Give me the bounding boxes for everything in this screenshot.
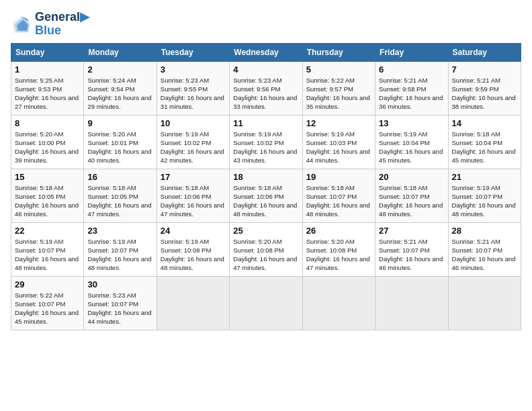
calendar-cell: 28Sunrise: 5:21 AMSunset: 10:07 PMDaylig… <box>448 222 521 276</box>
calendar-cell: 18Sunrise: 5:18 AMSunset: 10:06 PMDaylig… <box>230 169 302 222</box>
logo: General▶ Blue <box>11 11 89 38</box>
calendar-cell: 3Sunrise: 5:23 AMSunset: 9:55 PMDaylight… <box>157 61 229 115</box>
day-info: Sunrise: 5:19 AMSunset: 10:08 PMDaylight… <box>161 237 226 273</box>
day-number: 2 <box>87 64 152 75</box>
logo-text: General▶ Blue <box>35 11 89 38</box>
calendar-cell: 13Sunrise: 5:19 AMSunset: 10:04 PMDaylig… <box>375 115 448 169</box>
calendar-cell: 6Sunrise: 5:21 AMSunset: 9:58 PMDaylight… <box>375 61 448 115</box>
calendar-cell <box>302 276 375 330</box>
day-info: Sunrise: 5:21 AMSunset: 10:07 PMDaylight… <box>452 237 517 273</box>
col-header-tuesday: Tuesday <box>157 43 229 61</box>
calendar-cell: 26Sunrise: 5:20 AMSunset: 10:08 PMDaylig… <box>302 222 375 276</box>
calendar-cell: 23Sunrise: 5:19 AMSunset: 10:07 PMDaylig… <box>84 222 157 276</box>
col-header-wednesday: Wednesday <box>230 43 302 61</box>
day-number: 18 <box>233 172 298 182</box>
col-header-thursday: Thursday <box>302 43 375 61</box>
day-info: Sunrise: 5:20 AMSunset: 10:08 PMDaylight… <box>306 237 371 273</box>
calendar-cell: 2Sunrise: 5:24 AMSunset: 9:54 PMDaylight… <box>84 61 157 115</box>
day-number: 10 <box>161 118 226 128</box>
day-number: 23 <box>87 226 152 236</box>
day-info: Sunrise: 5:18 AMSunset: 10:07 PMDaylight… <box>379 183 444 219</box>
day-number: 25 <box>233 226 298 236</box>
col-header-friday: Friday <box>375 43 448 61</box>
calendar-cell: 7Sunrise: 5:21 AMSunset: 9:59 PMDaylight… <box>448 61 521 115</box>
day-info: Sunrise: 5:18 AMSunset: 10:07 PMDaylight… <box>306 183 371 219</box>
day-number: 3 <box>161 64 226 75</box>
col-header-saturday: Saturday <box>448 43 521 61</box>
day-info: Sunrise: 5:20 AMSunset: 10:01 PMDaylight… <box>87 130 152 165</box>
day-number: 11 <box>233 118 298 128</box>
calendar-cell: 12Sunrise: 5:19 AMSunset: 10:03 PMDaylig… <box>302 115 375 169</box>
calendar-table: SundayMondayTuesdayWednesdayThursdayFrid… <box>11 43 521 330</box>
calendar-cell: 22Sunrise: 5:19 AMSunset: 10:07 PMDaylig… <box>11 222 84 276</box>
calendar-cell: 16Sunrise: 5:18 AMSunset: 10:05 PMDaylig… <box>84 169 157 222</box>
calendar-cell: 5Sunrise: 5:22 AMSunset: 9:57 PMDaylight… <box>302 61 375 115</box>
calendar-cell: 20Sunrise: 5:18 AMSunset: 10:07 PMDaylig… <box>375 169 448 222</box>
calendar-cell <box>448 276 521 330</box>
day-info: Sunrise: 5:19 AMSunset: 10:07 PMDaylight… <box>87 237 152 273</box>
day-info: Sunrise: 5:18 AMSunset: 10:05 PMDaylight… <box>87 183 152 219</box>
day-number: 28 <box>452 226 517 236</box>
calendar-cell: 15Sunrise: 5:18 AMSunset: 10:05 PMDaylig… <box>11 169 84 222</box>
day-info: Sunrise: 5:18 AMSunset: 10:06 PMDaylight… <box>233 183 298 219</box>
day-number: 19 <box>306 172 371 182</box>
day-info: Sunrise: 5:18 AMSunset: 10:04 PMDaylight… <box>452 130 517 165</box>
day-number: 12 <box>306 118 371 128</box>
calendar-cell <box>157 276 229 330</box>
day-number: 14 <box>452 118 517 128</box>
day-number: 21 <box>452 172 517 182</box>
day-number: 22 <box>15 226 80 236</box>
day-number: 26 <box>306 226 371 236</box>
day-info: Sunrise: 5:21 AMSunset: 9:59 PMDaylight:… <box>452 76 517 111</box>
col-header-monday: Monday <box>84 43 157 61</box>
day-number: 9 <box>87 118 152 128</box>
day-info: Sunrise: 5:20 AMSunset: 10:00 PMDaylight… <box>15 130 80 165</box>
calendar-cell: 27Sunrise: 5:21 AMSunset: 10:07 PMDaylig… <box>375 222 448 276</box>
calendar-cell: 29Sunrise: 5:22 AMSunset: 10:07 PMDaylig… <box>11 276 84 330</box>
col-header-sunday: Sunday <box>11 43 84 61</box>
week-row: 8Sunrise: 5:20 AMSunset: 10:00 PMDayligh… <box>11 115 521 169</box>
calendar-cell: 24Sunrise: 5:19 AMSunset: 10:08 PMDaylig… <box>157 222 229 276</box>
day-info: Sunrise: 5:21 AMSunset: 9:58 PMDaylight:… <box>379 76 444 111</box>
day-info: Sunrise: 5:19 AMSunset: 10:07 PMDaylight… <box>452 183 517 219</box>
day-info: Sunrise: 5:20 AMSunset: 10:08 PMDaylight… <box>233 237 298 273</box>
calendar-cell: 9Sunrise: 5:20 AMSunset: 10:01 PMDayligh… <box>84 115 157 169</box>
day-info: Sunrise: 5:19 AMSunset: 10:02 PMDaylight… <box>233 130 298 165</box>
calendar-cell: 10Sunrise: 5:19 AMSunset: 10:02 PMDaylig… <box>157 115 229 169</box>
calendar-cell <box>230 276 302 330</box>
calendar-cell: 1Sunrise: 5:25 AMSunset: 9:53 PMDaylight… <box>11 61 84 115</box>
day-number: 6 <box>379 64 444 75</box>
calendar-cell: 21Sunrise: 5:19 AMSunset: 10:07 PMDaylig… <box>448 169 521 222</box>
day-info: Sunrise: 5:21 AMSunset: 10:07 PMDaylight… <box>379 237 444 273</box>
calendar-cell: 19Sunrise: 5:18 AMSunset: 10:07 PMDaylig… <box>302 169 375 222</box>
day-info: Sunrise: 5:19 AMSunset: 10:02 PMDaylight… <box>161 130 226 165</box>
calendar-cell: 30Sunrise: 5:23 AMSunset: 10:07 PMDaylig… <box>84 276 157 330</box>
day-info: Sunrise: 5:23 AMSunset: 9:56 PMDaylight:… <box>233 76 298 111</box>
day-info: Sunrise: 5:25 AMSunset: 9:53 PMDaylight:… <box>15 76 80 111</box>
day-info: Sunrise: 5:19 AMSunset: 10:07 PMDaylight… <box>15 237 80 273</box>
day-number: 1 <box>15 64 80 75</box>
calendar-cell: 4Sunrise: 5:23 AMSunset: 9:56 PMDaylight… <box>230 61 302 115</box>
day-info: Sunrise: 5:23 AMSunset: 10:07 PMDaylight… <box>87 291 152 326</box>
calendar-cell: 14Sunrise: 5:18 AMSunset: 10:04 PMDaylig… <box>448 115 521 169</box>
day-number: 27 <box>379 226 444 236</box>
day-number: 20 <box>379 172 444 182</box>
calendar-cell <box>375 276 448 330</box>
day-info: Sunrise: 5:22 AMSunset: 9:57 PMDaylight:… <box>306 76 371 111</box>
day-info: Sunrise: 5:18 AMSunset: 10:06 PMDaylight… <box>161 183 226 219</box>
calendar-cell: 25Sunrise: 5:20 AMSunset: 10:08 PMDaylig… <box>230 222 302 276</box>
calendar-cell: 11Sunrise: 5:19 AMSunset: 10:02 PMDaylig… <box>230 115 302 169</box>
week-row: 1Sunrise: 5:25 AMSunset: 9:53 PMDaylight… <box>11 61 521 115</box>
day-number: 13 <box>379 118 444 128</box>
week-row: 29Sunrise: 5:22 AMSunset: 10:07 PMDaylig… <box>11 276 521 330</box>
page-header: General▶ Blue <box>11 11 521 38</box>
day-number: 29 <box>15 279 80 289</box>
week-row: 15Sunrise: 5:18 AMSunset: 10:05 PMDaylig… <box>11 169 521 222</box>
day-number: 30 <box>87 279 152 289</box>
day-number: 16 <box>87 172 152 182</box>
day-info: Sunrise: 5:23 AMSunset: 9:55 PMDaylight:… <box>161 76 226 111</box>
logo-icon <box>11 13 32 35</box>
day-number: 8 <box>15 118 80 128</box>
day-number: 5 <box>306 64 371 75</box>
day-info: Sunrise: 5:19 AMSunset: 10:03 PMDaylight… <box>306 130 371 165</box>
